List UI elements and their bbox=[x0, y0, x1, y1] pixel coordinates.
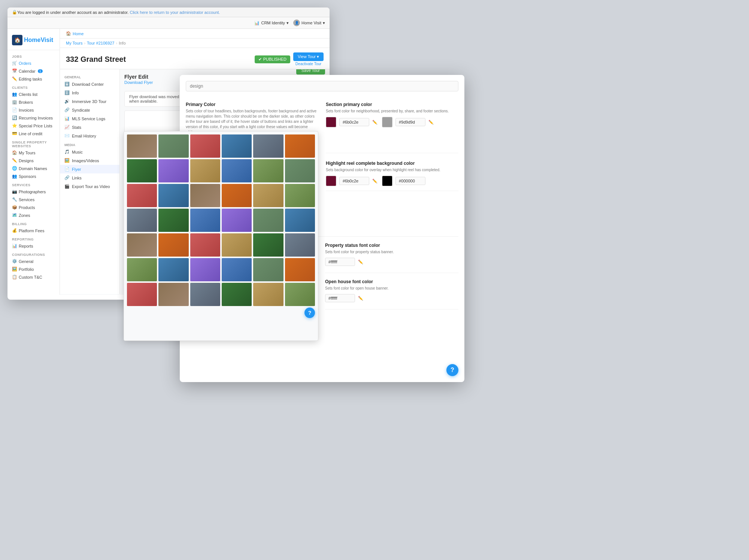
img-cell[interactable] bbox=[285, 283, 315, 306]
img-cell[interactable] bbox=[158, 209, 188, 232]
sidebar-item-sponsors[interactable]: 👥 Sponsors bbox=[7, 172, 60, 180]
flyer-download-link[interactable]: Download Flyer bbox=[124, 80, 153, 85]
sidebar-item-photographers[interactable]: 📷 Photographers bbox=[7, 188, 60, 196]
open-house-font-edit-icon[interactable]: ✏️ bbox=[358, 296, 363, 301]
img-cell[interactable] bbox=[127, 209, 157, 232]
img-cell[interactable] bbox=[190, 233, 220, 257]
home-visit-nav[interactable]: 👤 Home Visit ▾ bbox=[293, 19, 325, 26]
img-cell[interactable] bbox=[253, 283, 283, 306]
sidebar-item-products[interactable]: 📦 Products bbox=[7, 203, 60, 211]
img-cell[interactable] bbox=[253, 209, 283, 232]
img-cell[interactable] bbox=[127, 283, 157, 306]
img-cell[interactable] bbox=[285, 184, 315, 207]
img-cell[interactable] bbox=[127, 233, 157, 257]
property-status-font-edit-icon[interactable]: ✏️ bbox=[358, 260, 363, 264]
open-house-font-input[interactable] bbox=[325, 294, 355, 302]
sidebar-item-portfolio[interactable]: 🖼️ Portfolio bbox=[7, 265, 60, 273]
sidebar-item-reports[interactable]: 📊 Reports bbox=[7, 242, 60, 250]
breadcrumb-my-tours[interactable]: My Tours bbox=[66, 41, 82, 45]
img-cell[interactable] bbox=[158, 283, 188, 306]
img-cell[interactable] bbox=[222, 258, 252, 281]
tour-nav-info[interactable]: ℹ️ Info bbox=[60, 88, 119, 97]
highlight-bg-right-swatch[interactable] bbox=[382, 176, 392, 186]
view-tour-button[interactable]: View Tour ▾ bbox=[293, 52, 324, 61]
sidebar-item-special-price-lists[interactable]: ⭐ Special Price Lists bbox=[7, 122, 60, 130]
sidebar-item-platform-fees[interactable]: 💰 Platform Fees bbox=[7, 227, 60, 234]
section-primary-right-edit-icon[interactable]: ✏️ bbox=[428, 120, 434, 125]
img-cell[interactable] bbox=[285, 159, 315, 182]
img-cell[interactable] bbox=[190, 209, 220, 232]
img-cell[interactable] bbox=[222, 184, 252, 207]
sidebar-item-domain-names[interactable]: 🌐 Domain Names bbox=[7, 164, 60, 172]
img-cell[interactable] bbox=[222, 209, 252, 232]
section-primary-left-swatch[interactable] bbox=[326, 117, 336, 127]
sidebar-item-line-of-credit[interactable]: 💳 Line of credit bbox=[7, 130, 60, 137]
img-cell[interactable] bbox=[158, 184, 188, 207]
img-cell[interactable] bbox=[127, 184, 157, 207]
breadcrumb-home[interactable]: Home bbox=[73, 31, 84, 36]
img-cell[interactable] bbox=[285, 233, 315, 257]
design-input[interactable] bbox=[186, 81, 458, 91]
sidebar-item-calendar[interactable]: 📅 Calendar 1 bbox=[7, 67, 60, 75]
help-bubble[interactable]: ? bbox=[446, 364, 458, 376]
sidebar-item-orders[interactable]: 🛒 Orders bbox=[7, 59, 60, 67]
section-primary-right-input[interactable] bbox=[395, 118, 425, 126]
property-status-font-input[interactable] bbox=[325, 258, 355, 266]
img-cell[interactable] bbox=[253, 233, 283, 257]
sidebar-item-zones[interactable]: 🗺️ Zones bbox=[7, 211, 60, 219]
img-cell[interactable] bbox=[190, 283, 220, 306]
img-cell[interactable] bbox=[158, 258, 188, 281]
img-cell[interactable] bbox=[285, 258, 315, 281]
highlight-bg-left-swatch[interactable] bbox=[326, 176, 336, 186]
sidebar-item-general[interactable]: ⚙️ General bbox=[7, 257, 60, 265]
sidebar-item-my-tours[interactable]: 🏠 My Tours bbox=[7, 149, 60, 157]
sidebar-item-designs[interactable]: ✏️ Designs bbox=[7, 157, 60, 164]
img-cell[interactable] bbox=[222, 159, 252, 182]
img-cell[interactable] bbox=[222, 283, 252, 306]
img-cell[interactable] bbox=[190, 184, 220, 207]
img-cell[interactable] bbox=[190, 159, 220, 182]
img-cell[interactable] bbox=[285, 134, 315, 158]
crm-identity-nav[interactable]: 📊 CRM Identity ▾ bbox=[254, 21, 289, 25]
img-cell[interactable] bbox=[253, 184, 283, 207]
img-cell[interactable] bbox=[190, 134, 220, 158]
tour-nav-stats[interactable]: 📈 Stats bbox=[60, 123, 119, 131]
section-primary-right-swatch[interactable] bbox=[382, 117, 392, 127]
highlight-bg-left-input[interactable] bbox=[339, 177, 369, 185]
img-cell[interactable] bbox=[285, 209, 315, 232]
sidebar-item-brokers[interactable]: 🏢 Brokers bbox=[7, 98, 60, 106]
tour-nav-images-videos[interactable]: 🖼️ Images/Videos bbox=[60, 156, 119, 165]
tour-nav-export-video[interactable]: 🎬 Export Tour as Video bbox=[60, 182, 119, 191]
img-cell[interactable] bbox=[253, 134, 283, 158]
tour-nav-download-center[interactable]: ⬇️ Download Center bbox=[60, 80, 119, 88]
img-cell[interactable] bbox=[222, 134, 252, 158]
tour-nav-syndicate[interactable]: 🔗 Syndicate bbox=[60, 106, 119, 114]
img-cell[interactable] bbox=[190, 258, 220, 281]
img-cell[interactable] bbox=[127, 258, 157, 281]
tour-nav-mls[interactable]: 📊 MLS Service Logs bbox=[60, 114, 119, 123]
sidebar-item-invoices[interactable]: 📄 Invoices bbox=[7, 106, 60, 114]
breadcrumb-tour-id[interactable]: Tour #2106927 bbox=[87, 41, 114, 45]
deactivate-link[interactable]: Deactivate Tour bbox=[293, 62, 324, 66]
save-tour-button[interactable]: Save Tour bbox=[296, 69, 325, 75]
img-cell[interactable] bbox=[158, 134, 188, 158]
img-cell[interactable] bbox=[127, 159, 157, 182]
img-cell[interactable] bbox=[158, 159, 188, 182]
help-bubble-image-grid[interactable]: ? bbox=[304, 308, 315, 318]
img-cell[interactable] bbox=[127, 134, 157, 158]
sidebar-item-custom-tc[interactable]: 📋 Custom T&C bbox=[7, 273, 60, 281]
section-primary-left-input[interactable] bbox=[339, 118, 369, 126]
img-cell[interactable] bbox=[253, 159, 283, 182]
tour-nav-email-history[interactable]: ✉️ Email History bbox=[60, 131, 119, 140]
img-cell[interactable] bbox=[222, 233, 252, 257]
highlight-bg-right-input[interactable] bbox=[395, 177, 425, 185]
tour-nav-flyer[interactable]: 📄 Flyer bbox=[60, 165, 119, 173]
sidebar-item-editing-tasks[interactable]: ✏️ Editing tasks bbox=[7, 75, 60, 83]
section-primary-left-edit-icon[interactable]: ✏️ bbox=[372, 120, 377, 125]
img-cell[interactable] bbox=[253, 258, 283, 281]
highlight-bg-left-edit-icon[interactable]: ✏️ bbox=[372, 179, 377, 184]
return-admin-link[interactable]: Click here to return to your administrat… bbox=[130, 10, 220, 15]
sidebar-item-recurring-invoices[interactable]: 🔄 Recurring Invoices bbox=[7, 114, 60, 122]
tour-nav-immersive[interactable]: 🔊 Immersive 3D Tour bbox=[60, 97, 119, 106]
tour-nav-music[interactable]: 🎵 Music bbox=[60, 148, 119, 156]
